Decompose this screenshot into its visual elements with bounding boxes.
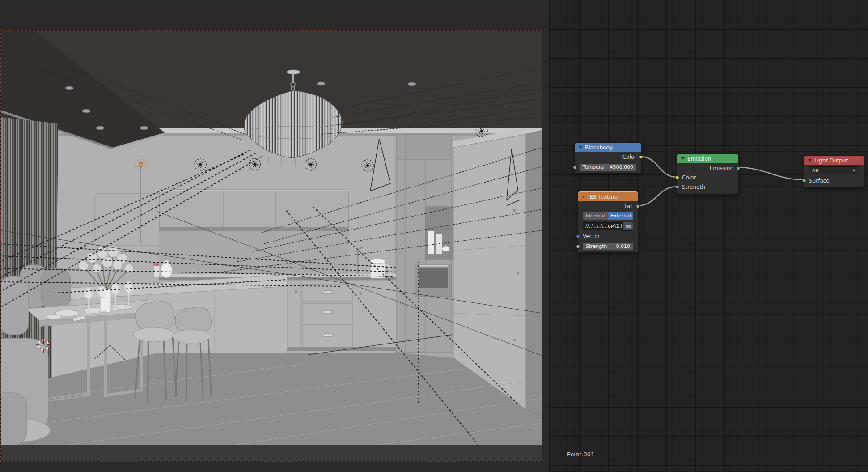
socket-label: Color xyxy=(682,174,696,181)
strength-value: 0.010 xyxy=(616,243,631,249)
node-emission[interactable]: Emission Emission Color Strength xyxy=(677,153,738,195)
shader-node-editor[interactable]: Blackbody Color Tempera 4500.000 IES Tex… xyxy=(549,0,868,472)
temperature-value: 4500.000 xyxy=(610,164,634,170)
viewport-3d[interactable] xyxy=(0,0,549,472)
socket-temperature-input[interactable] xyxy=(573,165,577,169)
strength-field[interactable]: Strength 0.010 xyxy=(583,243,633,250)
chevron-down-icon xyxy=(852,169,856,172)
blender-window: Blackbody Color Tempera 4500.000 IES Tex… xyxy=(0,0,868,472)
temperature-field[interactable]: Tempera 4500.000 xyxy=(580,164,636,171)
node-title: Emission xyxy=(687,156,711,162)
target-dropdown[interactable]: All xyxy=(809,166,859,174)
socket-surface-input[interactable] xyxy=(802,179,806,183)
socket-label: Surface xyxy=(809,178,830,184)
socket-row-color-input: Color xyxy=(677,173,738,182)
socket-label: Emission xyxy=(710,165,733,171)
socket-label: Fac xyxy=(624,203,633,209)
node-emission-header[interactable]: Emission xyxy=(677,154,738,163)
temperature-row: Tempera 4500.000 xyxy=(575,162,641,173)
mode-external-button[interactable]: External xyxy=(608,212,633,220)
socket-row-emission-output: Emission xyxy=(677,163,738,173)
node-ies-texture[interactable]: IES Texture Fac Internal External //..\.… xyxy=(578,191,638,252)
socket-strength-input[interactable] xyxy=(576,244,580,248)
socket-emission-output[interactable] xyxy=(736,166,740,170)
collapse-triangle-icon[interactable] xyxy=(579,146,582,149)
ies-file-path-field[interactable]: //..\..\..\...ом\2.IES xyxy=(583,222,622,230)
node-light-output-header[interactable]: Light Output xyxy=(804,156,864,165)
node-blackbody-header[interactable]: Blackbody xyxy=(575,143,641,152)
socket-label: Color xyxy=(622,154,636,160)
datablock-name: Point.001 xyxy=(567,451,594,458)
node-title: IES Texture xyxy=(588,194,618,200)
node-ies-header[interactable]: IES Texture xyxy=(578,192,638,201)
socket-row-surface-input: Surface xyxy=(804,176,864,185)
upper-cabinets xyxy=(159,190,349,231)
socket-color-output[interactable] xyxy=(639,155,643,159)
mode-toggle: Internal External xyxy=(583,212,633,220)
temperature-label: Tempera xyxy=(583,164,604,170)
node-blackbody[interactable]: Blackbody Color Tempera 4500.000 xyxy=(575,142,641,173)
socket-strength-input[interactable] xyxy=(675,185,679,189)
socket-label: Vector xyxy=(583,233,600,239)
chairs-front-left xyxy=(0,338,50,445)
socket-color-input[interactable] xyxy=(675,175,679,179)
mode-internal-button[interactable]: Internal xyxy=(583,212,608,220)
socket-row-vector: Vector xyxy=(578,231,638,241)
target-row: All xyxy=(804,165,864,176)
node-light-output[interactable]: Light Output All Surface xyxy=(804,155,864,187)
collapse-triangle-icon[interactable] xyxy=(808,159,812,162)
target-value: All xyxy=(812,168,818,174)
folder-icon xyxy=(625,224,631,229)
open-file-button[interactable] xyxy=(622,222,633,231)
node-title: Blackbody xyxy=(585,145,613,151)
viewport-scene xyxy=(0,0,549,472)
node-title: Light Output xyxy=(814,157,848,164)
socket-vector-input[interactable] xyxy=(576,234,580,238)
mode-row: Internal External xyxy=(578,211,638,221)
floor-shadow-band xyxy=(0,445,542,462)
socket-row-color-output: Color xyxy=(575,152,641,162)
socket-fac-output[interactable] xyxy=(636,204,640,208)
socket-row-fac-output: Fac xyxy=(578,201,638,211)
strength-row: Strength 0.010 xyxy=(578,241,638,252)
socket-row-strength-input: Strength xyxy=(677,182,738,191)
strength-label: Strength xyxy=(586,243,607,249)
collapse-triangle-icon[interactable] xyxy=(582,196,585,198)
socket-label: Strength xyxy=(682,184,705,190)
file-path-row: //..\..\..\...ом\2.IES xyxy=(578,221,638,231)
collapse-triangle-icon[interactable] xyxy=(681,157,685,160)
